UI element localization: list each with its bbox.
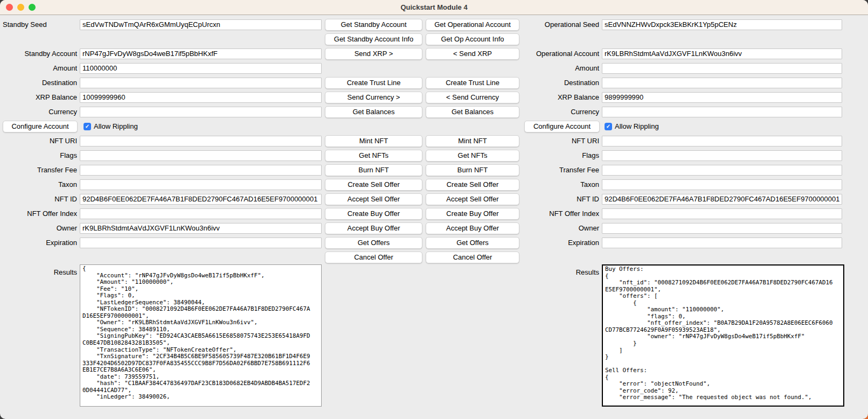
operational-cancel-offer-button[interactable]: Cancel Offer — [426, 252, 519, 263]
get-op-account-info-button[interactable]: Get Op Account Info — [426, 33, 519, 45]
standby-account-label: Standby Account — [0, 46, 80, 61]
form-grid: Standby Seed Get Standby Account Get Ope… — [0, 17, 868, 419]
standby-taxon-label: Taxon — [0, 177, 80, 192]
operational-taxon-input[interactable] — [602, 179, 842, 190]
standby-owner-label: Owner — [0, 221, 80, 235]
standby-create-trust-line-button[interactable]: Create Trust Line — [325, 77, 422, 89]
standby-get-nfts-button[interactable]: Get NFTs — [325, 150, 422, 162]
minimize-button[interactable] — [17, 4, 24, 11]
standby-owner-input[interactable] — [80, 223, 322, 234]
standby-expiration-input[interactable] — [80, 238, 322, 248]
standby-taxon-input[interactable] — [80, 179, 322, 190]
standby-destination-input[interactable] — [80, 78, 322, 88]
operational-xrp-balance-input[interactable] — [602, 92, 842, 103]
operational-create-buy-offer-button[interactable]: Create Buy Offer — [426, 208, 519, 220]
standby-allow-rippling-checkbox[interactable]: ✓ — [84, 123, 91, 130]
send-currency-left-button[interactable]: < Send Currency — [426, 92, 519, 103]
operational-allow-rippling-checkbox[interactable]: ✓ — [605, 123, 612, 130]
standby-nft-id-label: NFT ID — [0, 192, 80, 206]
standby-nft-uri-input[interactable] — [80, 136, 322, 146]
standby-seed-label: Standby Seed — [0, 17, 80, 32]
operational-xrp-balance-label: XRP Balance — [522, 90, 602, 104]
operational-nft-uri-input[interactable] — [602, 136, 842, 146]
operational-get-offers-button[interactable]: Get Offers — [426, 237, 519, 249]
operational-nft-uri-label: NFT URI — [522, 134, 602, 148]
operational-transfer-fee-label: Transfer Fee — [522, 163, 602, 177]
zoom-button[interactable] — [29, 4, 36, 11]
operational-configure-account-button[interactable]: Configure Account — [524, 121, 600, 132]
standby-xrp-balance-input[interactable] — [80, 92, 322, 103]
operational-transfer-fee-input[interactable] — [602, 165, 842, 176]
operational-mint-nft-button[interactable]: Mint NFT — [426, 135, 519, 147]
standby-get-balances-button[interactable]: Get Balances — [325, 106, 422, 118]
operational-account-input[interactable] — [602, 48, 842, 59]
operational-burn-nft-button[interactable]: Burn NFT — [426, 164, 519, 176]
operational-get-balances-button[interactable]: Get Balances — [426, 106, 519, 118]
standby-destination-label: Destination — [0, 75, 80, 90]
traffic-lights — [0, 4, 36, 11]
operational-flags-input[interactable] — [602, 150, 842, 161]
operational-amount-label: Amount — [522, 61, 602, 75]
standby-results-label: Results — [0, 264, 80, 419]
operational-results-text[interactable]: Buy Offers: { "nft_id": "0008271092D4B6F… — [602, 264, 844, 407]
close-button[interactable] — [6, 4, 13, 11]
standby-nft-id-input[interactable] — [80, 194, 322, 205]
standby-accept-buy-offer-button[interactable]: Accept Buy Offer — [325, 222, 422, 234]
operational-create-trust-line-button[interactable]: Create Trust Line — [426, 77, 519, 89]
standby-seed-input[interactable] — [80, 19, 322, 30]
send-xrp-left-button[interactable]: < Send XRP — [426, 48, 519, 60]
operational-allow-rippling-label: Allow Rippling — [615, 122, 659, 130]
standby-nft-uri-label: NFT URI — [0, 134, 80, 148]
standby-create-buy-offer-button[interactable]: Create Buy Offer — [325, 208, 422, 220]
standby-accept-sell-offer-button[interactable]: Accept Sell Offer — [325, 193, 422, 205]
operational-owner-input[interactable] — [602, 223, 842, 234]
operational-destination-input[interactable] — [602, 78, 842, 88]
standby-results-text[interactable]: { "Account": "rNP47gJFvDyW8gsDo4weB17if5… — [80, 264, 322, 407]
operational-nft-offer-index-input[interactable] — [602, 208, 842, 219]
operational-taxon-label: Taxon — [522, 177, 602, 192]
standby-nft-offer-index-label: NFT Offer Index — [0, 206, 80, 221]
standby-xrp-balance-label: XRP Balance — [0, 90, 80, 104]
standby-get-offers-button[interactable]: Get Offers — [325, 237, 422, 249]
get-standby-account-info-button[interactable]: Get Standby Account Info — [325, 33, 422, 45]
operational-owner-label: Owner — [522, 221, 602, 235]
operational-nft-id-input[interactable] — [602, 194, 842, 205]
operational-accept-sell-offer-button[interactable]: Accept Sell Offer — [426, 193, 519, 205]
standby-currency-label: Currency — [0, 104, 80, 119]
operational-expiration-label: Expiration — [522, 235, 602, 250]
check-icon: ✓ — [606, 124, 610, 129]
standby-amount-input[interactable] — [80, 63, 322, 74]
operational-accept-buy-offer-button[interactable]: Accept Buy Offer — [426, 222, 519, 234]
standby-burn-nft-button[interactable]: Burn NFT — [325, 164, 422, 176]
operational-amount-input[interactable] — [602, 63, 842, 74]
send-currency-right-button[interactable]: Send Currency > — [325, 92, 422, 103]
standby-configure-account-button[interactable]: Configure Account — [3, 121, 78, 132]
standby-allow-rippling-label: Allow Rippling — [94, 122, 138, 130]
standby-transfer-fee-label: Transfer Fee — [0, 163, 80, 177]
operational-expiration-input[interactable] — [602, 238, 842, 248]
standby-nft-offer-index-input[interactable] — [80, 208, 322, 219]
operational-create-sell-offer-button[interactable]: Create Sell Offer — [426, 179, 519, 191]
operational-get-nfts-button[interactable]: Get NFTs — [426, 150, 519, 162]
standby-mint-nft-button[interactable]: Mint NFT — [325, 135, 422, 147]
window-title: Quickstart Module 4 — [0, 3, 868, 11]
get-operational-account-button[interactable]: Get Operational Account — [426, 19, 519, 31]
app-window: Quickstart Module 4 Standby Seed Get Sta… — [0, 0, 868, 419]
standby-expiration-label: Expiration — [0, 235, 80, 250]
operational-seed-input[interactable] — [602, 19, 842, 30]
operational-account-label: Operational Account — [522, 46, 602, 61]
standby-create-sell-offer-button[interactable]: Create Sell Offer — [325, 179, 422, 191]
send-xrp-right-button[interactable]: Send XRP > — [325, 48, 422, 60]
standby-amount-label: Amount — [0, 61, 80, 75]
standby-account-input[interactable] — [80, 48, 322, 59]
standby-currency-input[interactable] — [80, 107, 322, 117]
title-bar: Quickstart Module 4 — [0, 0, 868, 15]
operational-currency-input[interactable] — [602, 107, 842, 117]
operational-nft-id-label: NFT ID — [522, 192, 602, 206]
operational-flags-label: Flags — [522, 148, 602, 163]
standby-cancel-offer-button[interactable]: Cancel Offer — [325, 252, 422, 263]
standby-flags-label: Flags — [0, 148, 80, 163]
get-standby-account-button[interactable]: Get Standby Account — [325, 19, 422, 31]
standby-transfer-fee-input[interactable] — [80, 165, 322, 176]
standby-flags-input[interactable] — [80, 150, 322, 161]
